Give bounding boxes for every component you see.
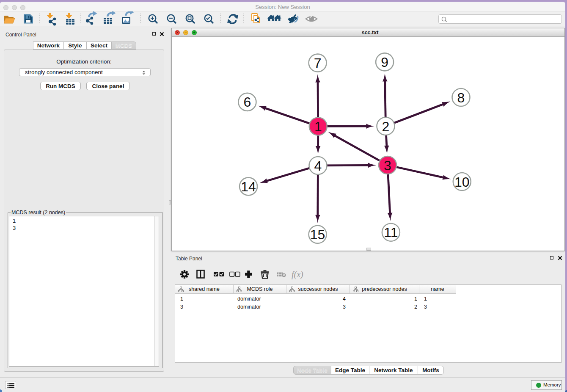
svg-text:8: 8: [457, 90, 465, 105]
svg-text:f(x): f(x): [292, 270, 303, 279]
svg-text:3: 3: [384, 158, 391, 173]
svg-text:10: 10: [454, 174, 470, 190]
svg-text:1: 1: [314, 119, 322, 134]
svg-text:15: 15: [310, 227, 325, 242]
svg-text:2: 2: [382, 119, 390, 134]
svg-text:4: 4: [314, 158, 322, 174]
svg-text:6: 6: [244, 94, 251, 110]
svg-text:11: 11: [384, 225, 398, 240]
svg-text:14: 14: [241, 179, 256, 194]
svg-text:9: 9: [381, 55, 388, 70]
svg-text:7: 7: [314, 55, 322, 71]
